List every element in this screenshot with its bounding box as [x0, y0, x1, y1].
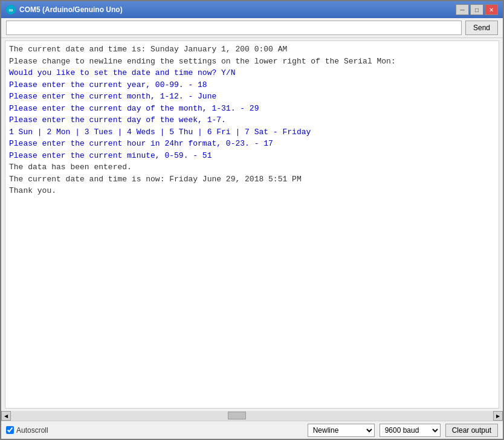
main-window: ∞ COM5 (Arduino/Genuino Uno) ─ □ ✕ Send …: [0, 0, 504, 440]
serial-input[interactable]: [6, 21, 462, 35]
horizontal-scrollbar[interactable]: ◀ ▶: [1, 411, 503, 421]
serial-line: Please enter the current month, 1-12. - …: [9, 91, 495, 103]
serial-line: The data has been entered.: [9, 161, 495, 173]
title-bar: ∞ COM5 (Arduino/Genuino Uno) ─ □ ✕: [1, 1, 503, 18]
scroll-right-button[interactable]: ▶: [493, 411, 503, 421]
serial-line: Please enter the current year, 00-99. - …: [9, 79, 495, 91]
serial-line: Thank you.: [9, 185, 495, 197]
serial-line: Would you like to set the date and time …: [9, 67, 495, 79]
serial-line: Please enter the current day of the week…: [9, 114, 495, 126]
window-controls: ─ □ ✕: [456, 4, 498, 15]
clear-output-button[interactable]: Clear output: [445, 424, 498, 437]
serial-line: Please enter the current hour in 24hr fo…: [9, 138, 495, 150]
serial-output[interactable]: The current date and time is: Sunday Jan…: [5, 40, 499, 409]
serial-line: Please change to newline ending the sett…: [9, 56, 495, 68]
send-button[interactable]: Send: [465, 21, 498, 35]
serial-line: Please enter the current day of the mont…: [9, 103, 495, 115]
serial-line: The current date and time is now: Friday…: [9, 173, 495, 186]
toolbar: Send: [1, 18, 503, 38]
scroll-thumb[interactable]: [228, 412, 246, 419]
close-button[interactable]: ✕: [485, 4, 498, 15]
window-title: COM5 (Arduino/Genuino Uno): [19, 5, 456, 14]
serial-line: The current date and time is: Sunday Jan…: [9, 44, 495, 56]
serial-line: 1 Sun | 2 Mon | 3 Tues | 4 Weds | 5 Thu …: [9, 126, 495, 138]
serial-line: Please enter the current minute, 0-59. -…: [9, 150, 495, 162]
scroll-left-button[interactable]: ◀: [1, 411, 11, 421]
autoscroll-control[interactable]: Autoscroll: [6, 426, 48, 435]
newline-dropdown[interactable]: Newline No line ending Carriage return B…: [308, 424, 375, 437]
baud-rate-dropdown[interactable]: 300 baud 1200 baud 2400 baud 4800 baud 9…: [380, 424, 441, 437]
minimize-button[interactable]: ─: [456, 4, 469, 15]
scroll-track[interactable]: [11, 411, 493, 421]
maximize-button[interactable]: □: [470, 4, 483, 15]
status-bar: Autoscroll Newline No line ending Carria…: [1, 421, 503, 439]
autoscroll-checkbox[interactable]: [6, 426, 14, 434]
app-icon: ∞: [6, 5, 16, 15]
autoscroll-label: Autoscroll: [16, 426, 48, 435]
